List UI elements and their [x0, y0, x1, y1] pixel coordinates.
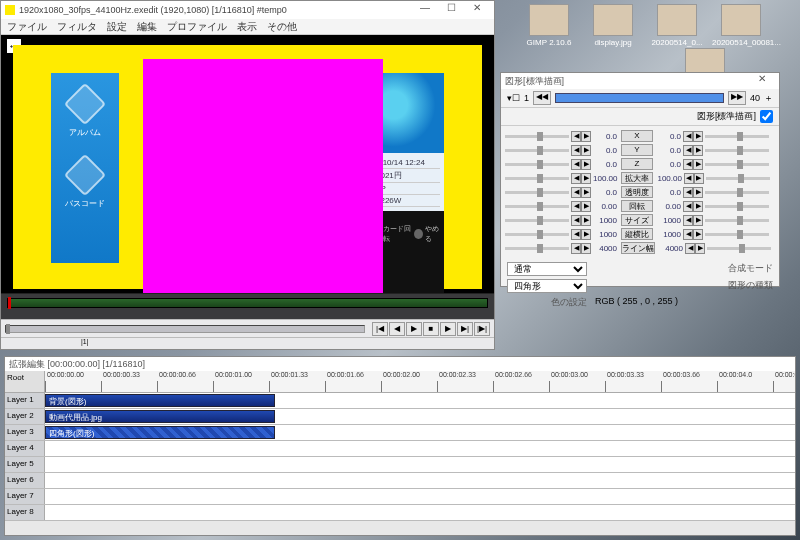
param-slider-left[interactable] [505, 163, 569, 166]
dec-button[interactable]: ◀ [571, 243, 581, 254]
inc-button[interactable]: ▶ [693, 145, 703, 156]
inc-button[interactable]: ▶ [693, 201, 703, 212]
dec-button[interactable]: ◀ [571, 145, 581, 156]
layer-label[interactable]: Layer 6 [5, 473, 45, 488]
menu-item[interactable]: その他 [265, 19, 299, 34]
param-name-button[interactable]: 縦横比 [621, 228, 653, 240]
param-slider-left[interactable] [505, 205, 569, 208]
timeline-clip[interactable]: 四角形(図形) [45, 426, 275, 439]
param-name-button[interactable]: 拡大率 [621, 172, 653, 184]
next-button[interactable]: ▶ [440, 322, 456, 336]
small-ruler[interactable]: |1| [1, 337, 494, 349]
frame-slider[interactable] [555, 93, 724, 103]
dec-button[interactable]: ◀ [571, 215, 581, 226]
close-button[interactable]: ✕ [464, 2, 490, 18]
param-name-button[interactable]: 透明度 [621, 186, 653, 198]
param-slider-left[interactable] [505, 219, 569, 222]
param-slider-right[interactable] [705, 205, 769, 208]
play-button[interactable]: ▶ [406, 322, 422, 336]
param-slider-right[interactable] [705, 163, 769, 166]
skip-start-button[interactable]: |◀ [372, 322, 388, 336]
layer-label[interactable]: Layer 1 [5, 393, 45, 408]
dec-button[interactable]: ◀ [684, 173, 694, 184]
dec-button[interactable]: ◀ [683, 187, 693, 198]
dec-button[interactable]: ◀ [683, 159, 693, 170]
stop-button[interactable]: ■ [423, 322, 439, 336]
dec-button[interactable]: ◀ [571, 229, 581, 240]
prev-button[interactable]: ◀ [389, 322, 405, 336]
inc-button[interactable]: ▶ [581, 159, 591, 170]
prop-titlebar[interactable]: 図形[標準描画] ✕ [501, 73, 779, 89]
param-slider-left[interactable] [505, 247, 569, 250]
param-slider-left[interactable] [505, 177, 569, 180]
inc-button[interactable]: ▶ [581, 215, 591, 226]
param-slider-right[interactable] [705, 233, 769, 236]
layer-label[interactable]: Layer 3 [5, 425, 45, 440]
menu-item[interactable]: プロファイル [165, 19, 229, 34]
layer-label[interactable]: Layer 7 [5, 489, 45, 504]
menu-item[interactable]: フィルタ [55, 19, 99, 34]
layer-track[interactable]: 四角形(図形) [45, 425, 795, 440]
layer-track[interactable] [45, 489, 795, 504]
param-name-button[interactable]: ライン幅 [621, 242, 655, 254]
dec-button[interactable]: ◀ [683, 201, 693, 212]
layer-track[interactable] [45, 473, 795, 488]
dropdown-icon[interactable]: ▾☐ [507, 93, 520, 103]
param-slider-left[interactable] [505, 233, 569, 236]
timeline-ruler[interactable]: 00:00:00.0000:00:00.3300:00:00.6600:00:0… [45, 371, 795, 392]
param-slider-right[interactable] [707, 247, 771, 250]
inc-button[interactable]: ▶ [693, 229, 703, 240]
menu-item[interactable]: 表示 [235, 19, 259, 34]
layer-label[interactable]: Layer 4 [5, 441, 45, 456]
shape-type-select[interactable]: 四角形 [507, 279, 587, 293]
inc-button[interactable]: ▶ [693, 131, 703, 142]
inc-button[interactable]: ▶ [581, 173, 591, 184]
plus-icon[interactable]: ＋ [764, 92, 773, 105]
param-name-button[interactable]: Z [621, 158, 653, 170]
layer-track[interactable] [45, 457, 795, 472]
inc-button[interactable]: ▶ [693, 187, 703, 198]
param-slider-right[interactable] [705, 135, 769, 138]
seek-bar[interactable] [1, 293, 494, 319]
param-slider-left[interactable] [505, 149, 569, 152]
layer-label[interactable]: Layer 2 [5, 409, 45, 424]
blend-mode-select[interactable]: 通常 [507, 262, 587, 276]
inc-button[interactable]: ▶ [693, 215, 703, 226]
layer-track[interactable]: 背景(図形) [45, 393, 795, 408]
param-name-button[interactable]: X [621, 130, 653, 142]
param-slider-right[interactable] [705, 149, 769, 152]
inc-button[interactable]: ▶ [694, 173, 704, 184]
param-slider-right[interactable] [706, 177, 770, 180]
desktop-icon[interactable]: display.jpg [584, 4, 642, 47]
layer-track[interactable] [45, 441, 795, 456]
inc-button[interactable]: ▶ [581, 131, 591, 142]
dec-button[interactable]: ◀ [571, 173, 581, 184]
inc-button[interactable]: ▶ [695, 243, 705, 254]
dec-button[interactable]: ◀ [571, 201, 581, 212]
transport-track[interactable] [5, 325, 365, 333]
dec-button[interactable]: ◀ [683, 131, 693, 142]
timeline-title[interactable]: 拡張編集 [00:00:00.00] [1/116810] [5, 357, 795, 371]
prop-close-button[interactable]: ✕ [749, 73, 775, 89]
param-slider-left[interactable] [505, 135, 569, 138]
menu-item[interactable]: 編集 [135, 19, 159, 34]
param-name-button[interactable]: サイズ [621, 214, 653, 226]
param-slider-right[interactable] [705, 219, 769, 222]
prop-enable-checkbox[interactable] [760, 110, 773, 123]
dec-button[interactable]: ◀ [685, 243, 695, 254]
dec-button[interactable]: ◀ [683, 229, 693, 240]
inc-button[interactable]: ▶ [581, 229, 591, 240]
param-name-button[interactable]: Y [621, 144, 653, 156]
dec-button[interactable]: ◀ [571, 159, 581, 170]
dec-button[interactable]: ◀ [683, 215, 693, 226]
dec-button[interactable]: ◀ [571, 187, 581, 198]
layer-track[interactable] [45, 505, 795, 520]
inc-button[interactable]: ▶ [581, 201, 591, 212]
layer-track[interactable]: 動画代用品.jpg [45, 409, 795, 424]
inc-button[interactable]: ▶ [581, 187, 591, 198]
param-slider-right[interactable] [705, 191, 769, 194]
param-name-button[interactable]: 回転 [621, 200, 653, 212]
desktop-icon[interactable]: 20200514_0... [648, 4, 706, 47]
frame-next-button[interactable]: ▶▶ [728, 91, 746, 105]
timeline-clip[interactable]: 背景(図形) [45, 394, 275, 407]
